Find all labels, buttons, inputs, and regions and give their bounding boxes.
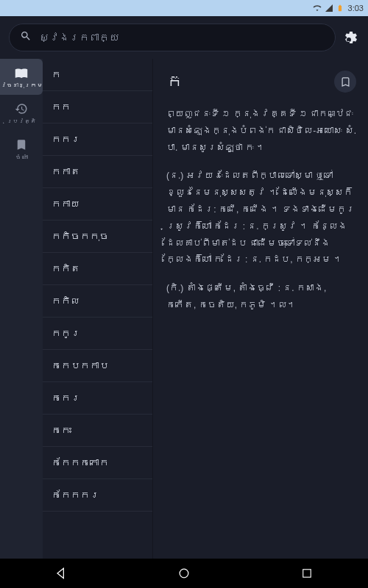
search-input[interactable] bbox=[39, 32, 325, 43]
word-list-item[interactable]: កកាត bbox=[43, 156, 152, 188]
android-recents-button[interactable] bbox=[292, 559, 322, 588]
definition-title: ក bbox=[166, 72, 183, 91]
signal-icon bbox=[325, 4, 333, 12]
bookmark-button[interactable] bbox=[334, 71, 356, 93]
android-status-bar: 3:03 bbox=[0, 0, 368, 16]
nav-label: ប្រវត្តិ bbox=[7, 119, 36, 125]
word-list-item[interactable]: កកែកករ bbox=[43, 479, 152, 512]
definition-header: ក bbox=[166, 71, 356, 93]
definition-paragraph: (កិ.) តាំងផ្តើម, តាំងធ្វើ : ន. កសាង, កកើ… bbox=[166, 280, 356, 314]
nav-label: ចំណាំ bbox=[15, 155, 28, 161]
android-nav-bar bbox=[0, 559, 368, 588]
svg-rect-1 bbox=[302, 570, 311, 578]
nav-label: វចនានុក្រម bbox=[1, 83, 43, 89]
search-icon bbox=[20, 30, 32, 45]
svg-point-0 bbox=[180, 569, 188, 578]
wifi-icon bbox=[313, 4, 322, 12]
word-list-item[interactable]: កករ bbox=[43, 123, 152, 156]
nav-item-history[interactable]: ប្រវត្តិ bbox=[0, 95, 43, 131]
android-back-button[interactable] bbox=[46, 559, 76, 588]
nav-item-dictionary[interactable]: វចនានុក្រម bbox=[0, 59, 43, 95]
android-home-button[interactable] bbox=[169, 559, 199, 588]
search-row bbox=[0, 16, 368, 59]
word-list-item[interactable]: កកិចកកុច bbox=[43, 220, 152, 253]
side-nav: វចនានុក្រម ប្រវត្តិ ចំណាំ bbox=[0, 59, 43, 559]
word-list-item[interactable]: កកេះ bbox=[43, 415, 152, 447]
definition-paragraph: ព្យញ្ជនៈទី ១ ក្នុងវគ្គទី ១ ជាកណ្ឋជៈ មានស… bbox=[166, 106, 356, 156]
battery-icon bbox=[336, 3, 344, 13]
definition-paragraph: (ន.) អវយវៈដែលតពីក្បាលទៅស្មា ឬទៅខ្លួននៃមន… bbox=[166, 168, 356, 268]
book-open-icon bbox=[15, 66, 28, 81]
definition-pane: ក ព្យញ្ជនៈទី ១ ក្នុងវគ្គទី ១ ជាកណ្ឋជៈ មា… bbox=[153, 59, 368, 559]
status-time: 3:03 bbox=[348, 4, 364, 12]
word-list-item[interactable]: កកែកកកោក bbox=[43, 447, 152, 479]
word-list[interactable]: ក កក កករ កកាត កកាយ កកិចកកុច កកិត កកិល កក… bbox=[43, 59, 153, 559]
word-list-item[interactable]: កកេបកកាប bbox=[43, 350, 152, 382]
search-box[interactable] bbox=[9, 24, 336, 51]
word-list-item[interactable]: ក bbox=[43, 59, 152, 91]
bookmark-icon bbox=[15, 138, 28, 153]
word-list-item[interactable]: កកិល bbox=[43, 285, 152, 318]
settings-button[interactable] bbox=[343, 29, 359, 46]
history-icon bbox=[15, 102, 28, 117]
word-list-item[interactable]: កក bbox=[43, 91, 152, 123]
nav-item-bookmarks[interactable]: ចំណាំ bbox=[0, 131, 43, 167]
word-list-item[interactable]: កកាយ bbox=[43, 188, 152, 220]
word-list-item[interactable]: កកិត bbox=[43, 253, 152, 285]
word-list-item[interactable]: កកូរ bbox=[43, 318, 152, 350]
main-area: វចនានុក្រម ប្រវត្តិ ចំណាំ ក កក កករ កកាត … bbox=[0, 59, 368, 559]
word-list-item[interactable]: កកេរ bbox=[43, 382, 152, 415]
